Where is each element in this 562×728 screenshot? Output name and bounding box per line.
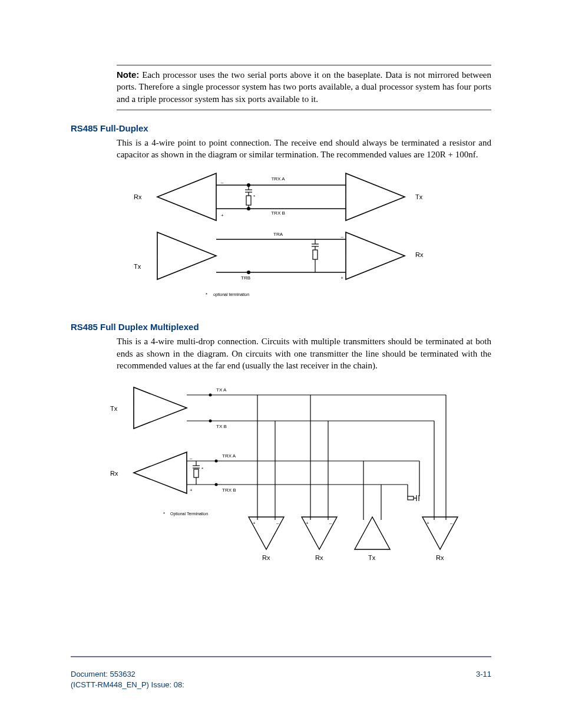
- opt-term-label: optional termination: [213, 292, 249, 297]
- tx-right-amp: [346, 173, 405, 220]
- right-rc: [408, 461, 419, 501]
- svg-marker-0: [157, 173, 216, 220]
- footer-row: Document: 553632 (ICSTT-RM448_EN_P) Issu…: [71, 669, 491, 690]
- svg-text:–: –: [276, 521, 279, 526]
- tra-label: TRA: [273, 232, 283, 237]
- svg-rect-56: [408, 496, 414, 500]
- tx-label: Tx: [110, 405, 118, 412]
- drop-3-tx: Tx: [355, 461, 390, 561]
- rx-label: Rx: [110, 470, 118, 477]
- footer-doc: Document: 553632: [71, 669, 184, 680]
- svg-text:–: –: [450, 521, 453, 526]
- figure-rs485-full-duplex: Rx Tx TRX A TRX B * – + Tx Rx: [116, 167, 446, 309]
- footer-issue: (ICSTT-RM448_EN_P) Issue: 08:: [71, 680, 184, 690]
- tx-right-label: Tx: [415, 193, 423, 200]
- rx2-plus: +: [340, 275, 343, 281]
- tx-left-amp: [157, 232, 216, 279]
- svg-marker-12: [157, 232, 216, 279]
- footer-rule: [71, 656, 491, 657]
- note-label: Note:: [117, 70, 139, 80]
- tx-amp: [134, 387, 187, 429]
- section2-body: This is a 4-wire multi-drop connection. …: [117, 335, 491, 371]
- figure-rs485-multiplexed: Tx Rx TX A TX B TRX A TRX B * – +: [98, 378, 464, 567]
- page: Note: Each processor uses the two serial…: [0, 0, 562, 728]
- svg-marker-48: [355, 517, 390, 549]
- rx-right-label: Rx: [415, 251, 424, 258]
- opt-term2: Optional Termination: [170, 512, 208, 516]
- drop2-rx: Rx: [315, 554, 323, 561]
- drop1-rx: Rx: [262, 554, 270, 561]
- svg-rect-34: [194, 469, 199, 477]
- rx-plus: +: [190, 487, 193, 493]
- note-block-wrap: Note: Each processor uses the two serial…: [117, 65, 491, 110]
- drop-2: + – Rx: [302, 395, 337, 561]
- rx-term-star: *: [201, 466, 203, 472]
- opt-star: *: [206, 292, 207, 297]
- drop-4: + – Rx: [422, 395, 458, 561]
- rx2-minus: –: [341, 234, 344, 239]
- drop3-tx: Tx: [368, 554, 376, 561]
- footer-left: Document: 553632 (ICSTT-RM448_EN_P) Issu…: [71, 669, 184, 690]
- tx-left-label: Tx: [134, 263, 141, 270]
- term-star-1: *: [253, 194, 255, 199]
- opt-star2: *: [163, 511, 165, 516]
- rx-right-amp: [346, 232, 405, 279]
- rx-minus: –: [190, 456, 193, 461]
- note-text: Each processor uses the two serial ports…: [117, 70, 491, 104]
- svg-text:+: +: [306, 521, 309, 526]
- svg-point-26: [209, 420, 212, 423]
- txb-label: TX B: [216, 424, 227, 429]
- page-footer: Document: 553632 (ICSTT-RM448_EN_P) Issu…: [71, 656, 491, 690]
- svg-point-25: [209, 394, 212, 397]
- section1-heading: RS485 Full-Duplex: [71, 123, 491, 133]
- rx-left-amp: [157, 173, 216, 220]
- section2-heading: RS485 Full Duplex Multiplexed: [71, 322, 491, 332]
- svg-point-29: [215, 460, 218, 463]
- svg-text:–: –: [329, 521, 332, 526]
- trx-b-label: TRX B: [271, 210, 285, 216]
- trxb-label: TRX B: [222, 487, 236, 493]
- note-block: Note: Each processor uses the two serial…: [117, 65, 491, 110]
- svg-marker-13: [346, 232, 405, 279]
- txa-label: TX A: [216, 387, 227, 393]
- rx-amp: [134, 452, 187, 493]
- svg-point-16: [247, 271, 250, 274]
- svg-rect-10: [246, 196, 251, 205]
- section1-body: This is a 4-wire point to point connecti…: [117, 137, 491, 161]
- rx-minus: –: [221, 180, 224, 185]
- drop-1: + – Rx: [249, 395, 284, 561]
- rx-left-label: Rx: [134, 193, 142, 200]
- svg-text:+: +: [427, 521, 429, 526]
- svg-point-30: [215, 483, 218, 486]
- rx-plus: +: [221, 213, 224, 218]
- trxa-label: TRX A: [222, 453, 236, 459]
- drop4-rx: Rx: [436, 554, 444, 561]
- svg-text:+: +: [253, 521, 256, 526]
- trb-label: TRB: [241, 275, 250, 281]
- svg-rect-21: [313, 250, 318, 259]
- trx-a-label: TRX A: [271, 176, 285, 182]
- footer-page-number: 3-11: [476, 669, 491, 690]
- svg-marker-1: [346, 173, 405, 220]
